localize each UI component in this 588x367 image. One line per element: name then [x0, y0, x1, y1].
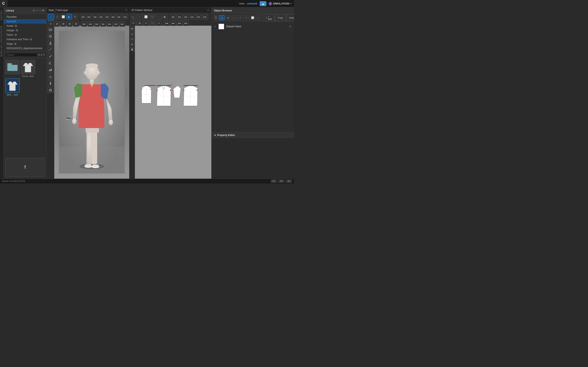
obj-tool-line[interactable]: —	[232, 15, 237, 20]
status-3d2-button[interactable]: 3D	[286, 180, 292, 183]
obj-settings-icon[interactable]: ⚙	[289, 25, 292, 28]
status-2d-button[interactable]: 2D	[271, 180, 277, 183]
nav-item-hanger[interactable]: Hanger i	[4, 28, 46, 33]
2d-tool-e3[interactable]: ▸▸	[183, 14, 189, 20]
2d-tool-f1[interactable]: ▸▸	[164, 20, 170, 26]
2d-tool-add[interactable]: ⊕	[137, 20, 143, 26]
vtool-edit[interactable]	[47, 53, 53, 59]
tool-rotate[interactable]: ↻	[72, 14, 78, 20]
2d-tool-e2[interactable]: ▸▸	[177, 14, 182, 20]
library-expand-icon[interactable]: ⬌	[42, 9, 44, 12]
obj-tool-swatch[interactable]: ⊕	[225, 15, 231, 20]
obj-tool-slash[interactable]: /	[238, 15, 243, 20]
tool-b6[interactable]: ▸▸	[111, 14, 116, 20]
simulation-mode[interactable]: SIMULATION ▾	[266, 2, 294, 5]
vtool-scissor[interactable]	[47, 60, 53, 66]
tool-d1[interactable]: ▸▸	[81, 21, 87, 27]
nav-item-avatar[interactable]: Avatar i	[4, 24, 46, 28]
tool-orbit[interactable]: ⬡	[54, 14, 60, 20]
tool-select[interactable]: ↕	[48, 14, 54, 20]
avatar-info-icon[interactable]: i	[15, 25, 17, 27]
stage-info-icon[interactable]: i	[14, 43, 17, 45]
tool-select-box[interactable]: ⬜	[61, 14, 66, 20]
file-item-parent-dir[interactable]: ..	[5, 60, 20, 77]
status-3d-button[interactable]: 3D	[278, 180, 285, 183]
obj-tool-box[interactable]: ⬜	[250, 15, 255, 20]
2d-tool-cut[interactable]: ⬝	[156, 14, 162, 20]
2d-vtool-layer[interactable]: ⊟	[130, 37, 134, 41]
vtool-shader[interactable]	[47, 74, 53, 80]
nav-item-garment[interactable]: Garment	[4, 19, 46, 24]
nav-item-hardware-trims[interactable]: Hardware and Trims i	[4, 37, 46, 42]
library-info-icon[interactable]: ⓘ	[33, 9, 35, 12]
tool-c2[interactable]: ✼	[61, 21, 66, 27]
2d-tool-select[interactable]: ◺	[130, 14, 136, 20]
vtool-measure[interactable]	[47, 47, 53, 53]
tool-d6[interactable]: ▸▸	[113, 21, 119, 27]
tool-c1[interactable]: ✼	[54, 21, 60, 27]
2d-tool-edit[interactable]: ⟋	[137, 14, 143, 20]
tool-b8[interactable]: ▸▸	[123, 14, 128, 20]
2d-tool-cut2[interactable]: ✂	[143, 20, 149, 26]
tool-d4[interactable]: ▸▸	[100, 21, 106, 27]
2d-tool-f3[interactable]: ▸▸	[177, 20, 182, 26]
vtool-person[interactable]	[47, 80, 53, 86]
tool-c4[interactable]: ✼	[73, 21, 79, 27]
library-add-icon[interactable]: +	[36, 9, 38, 12]
2d-tool-rect[interactable]: ⬛	[149, 20, 155, 26]
viewport-2d-expand-icon[interactable]: ⬡	[207, 9, 209, 11]
tool-d2[interactable]: ▸▸	[88, 21, 94, 27]
fabric-info-icon[interactable]: i	[15, 34, 17, 36]
tool-b2[interactable]: ▸▸	[86, 14, 92, 20]
tool-b7[interactable]: ▸▸	[117, 14, 122, 20]
property-editor-divider[interactable]: ◀ Property Editor	[212, 132, 294, 138]
2d-vtool-camera[interactable]: 📷	[130, 26, 134, 31]
nav-item-stage[interactable]: Stage i	[4, 42, 46, 46]
vtool-avatar[interactable]	[47, 40, 53, 46]
tool-move[interactable]: ▶	[67, 14, 72, 20]
copy-button[interactable]: Copy	[275, 14, 286, 21]
tool-b5[interactable]: ▸▸	[104, 14, 110, 20]
search-list-icon[interactable]: ≡	[43, 53, 45, 56]
vtool-view-front[interactable]	[47, 33, 53, 39]
assign-button[interactable]: Assign	[286, 14, 294, 21]
tool-d5[interactable]: ▸▸	[107, 21, 112, 27]
vtool-globe[interactable]	[47, 87, 53, 93]
2d-tool-f2[interactable]: ▸▸	[171, 20, 176, 26]
2d-tool-text[interactable]: ▶	[162, 14, 168, 20]
tool-d3[interactable]: ▸▸	[94, 21, 100, 27]
2d-tool-f4[interactable]: ▸▸	[183, 20, 189, 26]
nav-item-favorites[interactable]: Favorites	[4, 15, 46, 19]
library-add2-icon[interactable]: +	[39, 9, 41, 12]
cloud-sync-button[interactable]: ☁	[260, 1, 266, 6]
obj-tool-grid[interactable]: ◻	[219, 15, 225, 20]
viewport-3d-expand-icon[interactable]: ⬡	[125, 9, 127, 11]
obj-item-default-fabric[interactable]: ✓ Default Fabric ⚙	[212, 22, 294, 31]
file-item-female-zpac[interactable]: Femal...zpac	[21, 60, 35, 77]
2d-vtool-color[interactable]: ◆	[130, 42, 134, 46]
sidebar-tab-modular-configurator[interactable]: MODULAR CONFIGURATOR	[0, 23, 3, 59]
2d-tool-sew[interactable]: ✂	[130, 20, 136, 26]
nav-item-fabric[interactable]: Fabric i	[4, 33, 46, 37]
search-refresh-icon[interactable]: ↺	[40, 53, 43, 56]
tool-b4[interactable]: ▸▸	[99, 14, 104, 20]
vtool-camera-front[interactable]	[47, 26, 53, 33]
upload-button[interactable]: ⬆	[5, 158, 45, 177]
library-search-input[interactable]	[5, 53, 38, 57]
tool-b1[interactable]: ▸▸	[81, 14, 86, 20]
obj-tool-dash[interactable]: —	[256, 15, 261, 20]
search-dropdown-icon[interactable]: ▾	[38, 53, 40, 56]
2d-tool-e6[interactable]: ▸▸	[202, 14, 208, 20]
2d-tool-e4[interactable]: ▸▸	[190, 14, 195, 20]
2d-tool-move[interactable]: ⬛	[149, 14, 155, 20]
2d-vtool-grid[interactable]: ⊞	[130, 32, 134, 36]
tool-b3[interactable]: ▸▸	[93, 14, 98, 20]
2d-tool-box[interactable]: ⬜	[143, 14, 149, 20]
tool-c3[interactable]: ✼	[67, 21, 72, 27]
file-item-male-zpac[interactable]: Male_...zpac	[5, 78, 20, 96]
add-button[interactable]: + + Add	[263, 14, 275, 21]
nav-item-resources[interactable]: RESOURCES_digitalfashiontutor	[4, 46, 46, 50]
obj-tool-wave[interactable]: ≈	[244, 15, 249, 20]
2d-tool-e1[interactable]: ▸▸	[171, 14, 176, 20]
2d-tool-e5[interactable]: ▸▸	[196, 14, 201, 20]
